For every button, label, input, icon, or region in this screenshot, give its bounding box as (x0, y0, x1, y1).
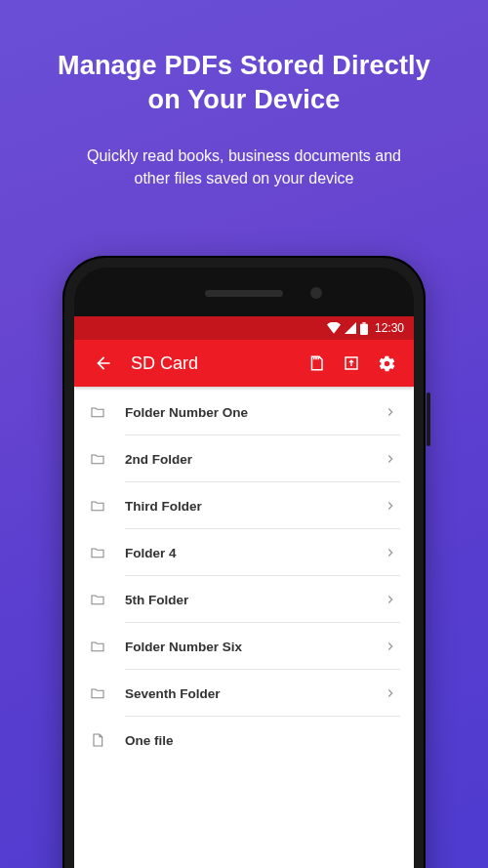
list-item-label: 2nd Folder (125, 452, 381, 467)
list-item-label: Third Folder (125, 499, 381, 514)
chevron-right-icon (381, 452, 400, 466)
svg-rect-0 (360, 323, 368, 334)
chevron-right-icon (381, 405, 400, 419)
list-item-label: One file (125, 733, 400, 748)
list-row[interactable]: Folder Number One (74, 389, 414, 435)
list-item-label: 5th Folder (125, 593, 381, 607)
list-row[interactable]: Folder 4 (74, 529, 414, 576)
folder-icon (90, 592, 125, 607)
file-icon (90, 732, 125, 748)
promo-page: Manage PDFs Stored Directly on Your Devi… (0, 0, 488, 868)
promo-headline-line1: Manage PDFs Stored Directly (58, 51, 430, 80)
folder-icon (90, 685, 125, 701)
list-row[interactable]: One file (74, 717, 414, 764)
upload-button[interactable] (334, 346, 369, 381)
list-row[interactable]: Seventh Folder (74, 670, 414, 717)
sd-card-button[interactable] (299, 346, 334, 381)
list-row[interactable]: Third Folder (74, 482, 414, 529)
back-button[interactable] (86, 346, 121, 381)
status-bar: 12:30 (74, 316, 414, 340)
promo-subhead-line1: Quickly read books, business documents a… (87, 147, 401, 164)
chevron-right-icon (381, 593, 400, 606)
promo-headline-line2: on Your Device (148, 85, 341, 114)
appbar-title: SD Card (121, 353, 299, 374)
list-item-label: Seventh Folder (125, 686, 381, 701)
phone-bezel: 12:30 SD Card (74, 268, 414, 868)
wifi-icon (327, 322, 341, 334)
folder-icon (90, 451, 125, 467)
list-row[interactable]: 5th Folder (74, 576, 414, 623)
settings-button[interactable] (369, 346, 404, 381)
status-time: 12:30 (375, 321, 404, 335)
promo-subhead-line2: other files saved on your device (134, 170, 353, 186)
phone-mockup: 12:30 SD Card (62, 256, 426, 868)
list-item-label: Folder Number Six (125, 640, 381, 654)
svg-rect-1 (362, 322, 365, 324)
promo-headline: Manage PDFs Stored Directly on Your Devi… (0, 0, 488, 117)
chevron-right-icon (381, 546, 400, 559)
file-list: Folder Number One2nd FolderThird FolderF… (74, 387, 414, 764)
folder-icon (90, 639, 125, 654)
app-bar: SD Card (74, 340, 414, 387)
chevron-right-icon (381, 640, 400, 653)
cell-signal-icon (345, 322, 356, 334)
phone-camera (310, 287, 322, 299)
phone-screen: 12:30 SD Card (74, 316, 414, 868)
folder-icon (90, 545, 125, 560)
folder-icon (90, 498, 125, 514)
chevron-right-icon (381, 499, 400, 513)
list-item-label: Folder 4 (125, 546, 381, 560)
battery-icon (360, 322, 368, 335)
phone-speaker (205, 290, 283, 297)
chevron-right-icon (381, 686, 400, 700)
list-item-label: Folder Number One (125, 405, 381, 420)
list-row[interactable]: Folder Number Six (74, 623, 414, 670)
list-row[interactable]: 2nd Folder (74, 435, 414, 482)
folder-icon (90, 404, 125, 420)
promo-subhead: Quickly read books, business documents a… (0, 117, 488, 189)
